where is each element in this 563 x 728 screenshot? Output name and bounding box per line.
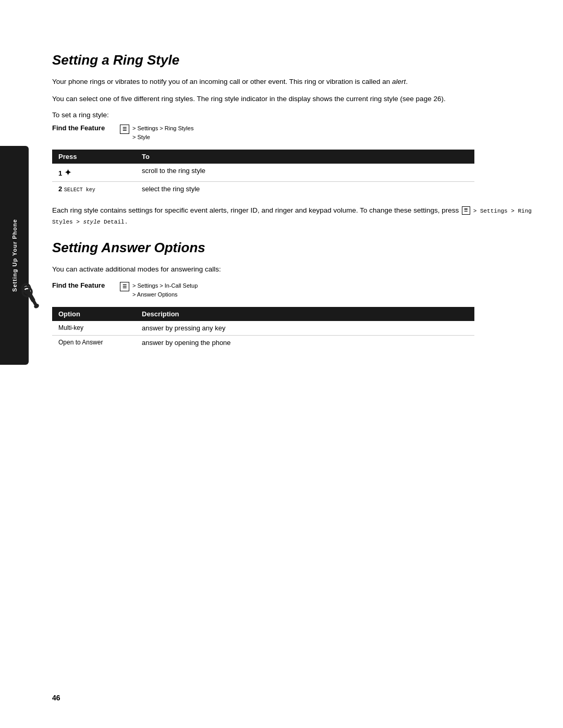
page-number: 46 (52, 694, 60, 702)
table2-row1-description: answer by pressing any key (136, 321, 474, 336)
menu-icon-2: ☰ (120, 282, 129, 291)
table1-row1-press: 1 ✦ (52, 164, 136, 182)
find-feature-label-1: Find the Feature (52, 124, 120, 132)
table2-header-description: Description (136, 307, 474, 321)
section1-para1: Your phone rings or vibrates to notify y… (52, 77, 532, 88)
section2-para1: You can activate additional modes for an… (52, 264, 532, 275)
find-feature-label-2: Find the Feature (52, 281, 120, 289)
table1-header-to: To (136, 150, 474, 164)
table2-row-2: Open to Answer answer by opening the pho… (52, 335, 474, 350)
table2-header-option: Option (52, 307, 136, 321)
section1-detail: Each ring style contains settings for sp… (52, 205, 532, 227)
inline-menu-icon: ☰ (462, 206, 470, 215)
table1-header-row: Press To (52, 150, 474, 164)
table2-row2-description: answer by opening the phone (136, 335, 474, 350)
find-feature-row-2: Find the Feature ☰ > Settings > In-Call … (52, 281, 532, 300)
table1-row2-press: 2 SELECT key (52, 182, 136, 196)
table1-row2-to: select the ring style (136, 182, 474, 196)
table1-row-2: 2 SELECT key select the ring style (52, 182, 474, 196)
ring-style-table: Press To 1 ✦ scroll to the ring style 2 … (52, 150, 474, 196)
nav-symbol: ✦ (64, 167, 72, 178)
table2-header-row: Option Description (52, 307, 474, 321)
section1-para2: You can select one of five different rin… (52, 94, 532, 105)
table2-row1-option: Multi-key (52, 321, 136, 336)
wrench-icon (16, 281, 47, 313)
table1-row-1: 1 ✦ scroll to the ring style (52, 164, 474, 182)
to-set-text: To set a ring style: (52, 111, 532, 119)
table2-row-1: Multi-key answer by pressing any key (52, 321, 474, 336)
find-feature-row-1: Find the Feature ☰ > Settings > Ring Sty… (52, 124, 532, 142)
sidebar-label: Setting Up Your Phone (11, 219, 18, 292)
page: Setting Up Your Phone Setting a Ring Sty… (0, 0, 563, 728)
table2-row2-option: Open to Answer (52, 335, 136, 350)
section1-title: Setting a Ring Style (52, 52, 532, 68)
content-area: Setting a Ring Style Your phone rings or… (52, 42, 532, 350)
sidebar-bar: Setting Up Your Phone (0, 146, 29, 365)
section2-title: Setting Answer Options (52, 240, 532, 256)
table1-header-press: Press (52, 150, 136, 164)
answer-options-table: Option Description Multi-key answer by p… (52, 307, 474, 350)
find-feature-path-2: > Settings > In-Call Setup > Answer Opti… (132, 281, 198, 300)
find-feature-path-1: > Settings > Ring Styles > Style (132, 124, 193, 142)
menu-icon-1: ☰ (120, 125, 129, 134)
table1-row1-to: scroll to the ring style (136, 164, 474, 182)
